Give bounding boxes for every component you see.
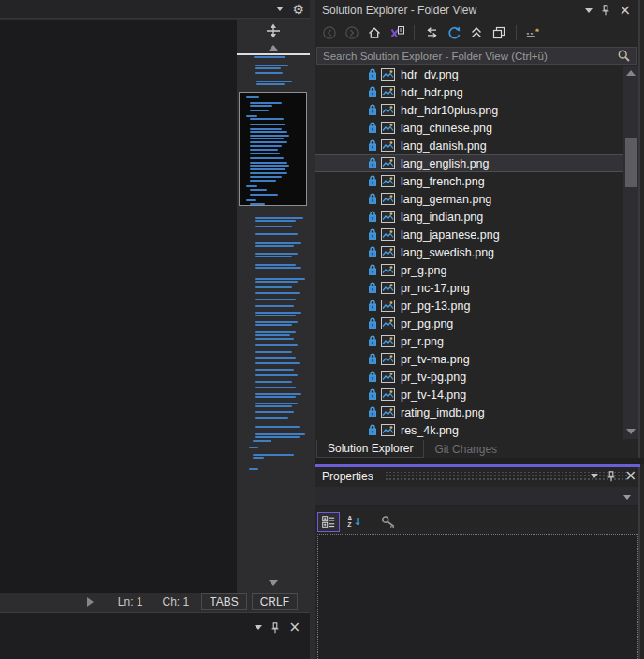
image-icon-wrap [381, 139, 395, 152]
lock-icon [368, 317, 377, 330]
editor-minimap[interactable] [237, 20, 310, 593]
file-row[interactable]: lang_danish.png [315, 137, 638, 154]
properties-grid-empty[interactable] [317, 534, 638, 659]
file-row[interactable]: hdr_dv.png [315, 66, 638, 83]
line-indicator[interactable]: Ln: 1 [118, 595, 143, 608]
collapse-all-button[interactable] [468, 24, 485, 41]
home-button[interactable] [366, 24, 383, 41]
minimap-line [253, 454, 294, 456]
file-row[interactable]: pr_r.png [315, 332, 638, 350]
pin-icon[interactable] [271, 622, 280, 634]
search-input[interactable] [317, 49, 617, 63]
chevron-down-icon[interactable] [623, 495, 631, 500]
pin-slot[interactable] [607, 471, 616, 482]
refresh-button[interactable] [446, 24, 462, 41]
minimap-line [254, 56, 285, 58]
minimap-line [255, 233, 298, 235]
active-files-dropdown-icon[interactable] [276, 7, 284, 11]
minimap-line [255, 312, 301, 314]
editor-canvas[interactable] [0, 20, 237, 593]
search-box[interactable] [316, 47, 637, 65]
image-file-icon [381, 353, 395, 365]
file-name: lang_indian.png [401, 211, 483, 224]
expand-status-icon[interactable] [87, 597, 94, 607]
lock-icon [368, 406, 377, 418]
file-name: hdr_dv.png [401, 68, 459, 81]
file-row[interactable]: hdr_hdr10plus.png [315, 101, 638, 119]
file-row[interactable]: hdr_hdr.png [315, 83, 638, 101]
file-row[interactable]: pr_tv-ma.png [315, 350, 638, 368]
file-row[interactable]: lang_chinese.png [315, 119, 638, 137]
property-pages-button[interactable] [381, 513, 398, 530]
file-row[interactable]: lang_english.png [315, 154, 638, 172]
file-row[interactable]: pr_nc-17.png [315, 279, 638, 297]
categorized-button[interactable] [317, 512, 340, 532]
search-icon[interactable] [617, 49, 631, 63]
pin-icon[interactable] [607, 471, 616, 482]
file-row[interactable]: lang_indian.png [315, 208, 638, 226]
preview-selected-items-button[interactable] [490, 24, 507, 41]
sync-with-active-document-button[interactable] [423, 24, 440, 41]
file-list: hdr_dv.png hdr_hdr.png hdr_hdr10plus.png… [315, 66, 638, 439]
minimap-line [250, 180, 276, 182]
file-row[interactable]: rating_imdb.png [315, 403, 638, 421]
pin-slot[interactable] [601, 5, 610, 16]
minimap-scroll-down-icon[interactable] [269, 580, 278, 586]
minimap-line [255, 374, 298, 376]
minimap-line [255, 334, 290, 336]
image-icon-wrap [381, 157, 395, 169]
file-row[interactable]: lang_japanese.png [315, 226, 638, 243]
file-row[interactable]: pr_pg.png [315, 315, 638, 332]
file-row[interactable]: pr_tv-14.png [315, 386, 638, 403]
column-indicator[interactable]: Ch: 1 [163, 595, 190, 608]
lock-icon [368, 371, 377, 383]
forward-button[interactable] [344, 24, 360, 41]
toolbar-separator [414, 25, 415, 40]
solution-explorer-titlebar[interactable]: Solution Explorer - Folder View × [315, 0, 638, 21]
pin-slot[interactable] [271, 622, 280, 634]
scroll-down-icon[interactable] [626, 429, 636, 434]
object-selector-combobox[interactable] [315, 487, 638, 507]
minimap-viewport[interactable] [239, 92, 307, 206]
file-row[interactable]: lang_swedish.png [315, 243, 638, 261]
minimap-line [250, 153, 280, 154]
show-all-files-button[interactable] [525, 24, 542, 41]
file-row[interactable]: lang_french.png [315, 172, 638, 190]
lock-icon [368, 139, 377, 152]
tab-git-changes[interactable]: Git Changes [424, 440, 507, 458]
indent-indicator[interactable]: TABS [201, 593, 246, 610]
minimap-line [255, 369, 294, 371]
pin-icon[interactable] [601, 5, 610, 16]
switch-views-button[interactable] [388, 24, 405, 41]
gear-icon[interactable]: ⚙ [292, 3, 304, 16]
panel-title: Properties [315, 470, 373, 483]
file-row[interactable]: pr_pg-13.png [315, 297, 638, 315]
properties-titlebar[interactable]: Properties [315, 467, 638, 485]
file-name: lang_french.png [401, 175, 485, 188]
scroll-up-icon[interactable] [626, 70, 636, 76]
scrollbar-thumb[interactable] [625, 138, 637, 187]
file-row[interactable]: pr_tv-pg.png [315, 368, 638, 386]
close-icon[interactable]: × [288, 621, 300, 635]
window-position-icon[interactable] [591, 474, 598, 478]
minimap-line [250, 194, 278, 196]
minimap-line [250, 203, 265, 205]
back-button[interactable] [321, 24, 338, 41]
alphabetical-button[interactable]: AZ ↓ [344, 512, 365, 532]
file-row[interactable]: lang_german.png [315, 190, 638, 208]
eol-indicator[interactable]: CRLF [252, 593, 298, 610]
minimap-line [250, 131, 287, 133]
minimap-line [246, 96, 259, 98]
file-list-scrollbar[interactable] [623, 66, 638, 439]
file-row[interactable]: res_4k.png [315, 421, 638, 439]
minimap-line [255, 321, 298, 323]
minimap-line [255, 315, 296, 316]
close-icon[interactable]: × [619, 4, 631, 18]
close-icon[interactable]: × [624, 469, 637, 483]
minimap-line [255, 362, 300, 364]
window-position-icon[interactable] [585, 8, 593, 13]
file-row[interactable]: pr_g.png [315, 261, 638, 279]
lock-icon-wrap [368, 139, 377, 152]
window-position-icon[interactable] [255, 625, 262, 630]
tab-solution-explorer[interactable]: Solution Explorer [316, 440, 424, 458]
